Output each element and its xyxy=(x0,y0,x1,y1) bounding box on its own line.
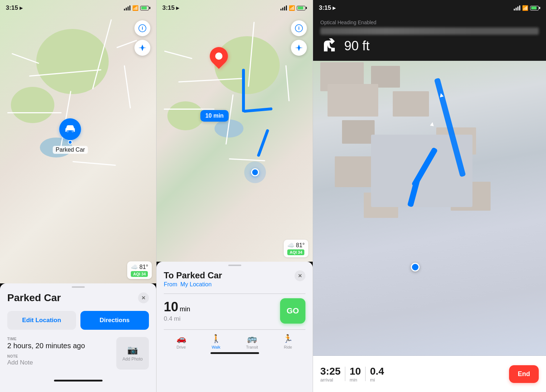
street-name-blurred xyxy=(320,28,539,35)
close-button-p1[interactable]: ✕ xyxy=(138,292,149,303)
map-panel2: 3:15 ▶ 📶 i xyxy=(157,0,313,262)
note-placeholder[interactable]: Add Note xyxy=(7,359,112,366)
time-value: 2 hours, 20 minutes ago xyxy=(7,342,112,350)
weather-widget-p2: ☁️ 81° AQI 34 xyxy=(284,240,308,257)
route-time: 10 xyxy=(164,299,178,315)
aqi-badge-p1: AQI 34 xyxy=(131,271,148,277)
signal-bars-p3 xyxy=(514,5,520,10)
sheet-handle-p2 xyxy=(228,265,241,266)
edit-location-button[interactable]: Edit Location xyxy=(7,311,76,330)
destination-pin xyxy=(210,47,228,65)
status-time-p2: 3:15 xyxy=(162,4,175,12)
battery-icon-p2 xyxy=(297,6,307,10)
status-time-p1: 3:15 xyxy=(6,4,18,12)
destination-title: To Parked Car xyxy=(164,270,222,281)
current-position-nav xyxy=(411,263,420,271)
arrival-time: 3:25 xyxy=(320,366,341,377)
wifi-icon-p2: 📶 xyxy=(289,5,295,11)
route-time-unit: min xyxy=(180,305,190,313)
svg-text:i: i xyxy=(142,25,143,31)
aqi-badge-p2: AQI 34 xyxy=(287,249,304,255)
battery-icon-p3 xyxy=(530,6,540,10)
car-pin xyxy=(59,118,81,140)
walk-icon: 🚶 xyxy=(211,334,221,343)
home-indicator-p1 xyxy=(54,380,103,382)
current-location-marker xyxy=(244,161,266,183)
bottom-sheet-p2: To Parked Car From My Location ✕ 10 min … xyxy=(157,262,313,392)
panel-parked-car: 3:15 ▶ 📶 i xyxy=(0,0,157,392)
panel-directions: 3:15 ▶ 📶 i xyxy=(157,0,313,392)
battery-icon-p1 xyxy=(140,6,150,10)
home-indicator-p2 xyxy=(211,352,259,354)
from-label: From My Location xyxy=(164,281,222,288)
nav-map: ▲ ▲ xyxy=(313,55,546,356)
location-arrow-p3: ▶ xyxy=(333,5,336,10)
wifi-icon-p1: 📶 xyxy=(132,5,138,11)
arrival-stat: 3:25 arrival xyxy=(320,366,341,383)
note-label: NOTE xyxy=(7,354,112,358)
stat-divider-1 xyxy=(345,367,345,381)
cloud-icon-p1: ☁️ xyxy=(131,264,138,270)
directions-button[interactable]: Directions xyxy=(80,311,149,330)
route-segment-1 xyxy=(242,69,245,112)
temp-value-p2: 81° xyxy=(296,242,305,249)
transport-tab-transit[interactable]: 🚌 Transit xyxy=(246,334,258,349)
stat-divider-2 xyxy=(365,367,366,381)
route-info: 10 min 0.4 mi GO xyxy=(164,298,305,324)
distance-stat: 0.4 mi xyxy=(370,366,384,383)
location-arrow-p1: ▶ xyxy=(20,5,23,10)
status-icons-p3: 📶 xyxy=(514,5,540,11)
transport-tabs: 🚗 Drive 🚶 Walk 🚌 Transit 🏃 Ride xyxy=(164,329,305,349)
location-button-p2[interactable] xyxy=(291,40,307,56)
transit-icon: 🚌 xyxy=(247,334,257,343)
ride-icon: 🏃 xyxy=(283,334,293,343)
action-buttons-p1: Edit Location Directions xyxy=(7,311,149,330)
my-location-link[interactable]: My Location xyxy=(180,281,212,287)
drive-icon: 🚗 xyxy=(176,334,186,343)
duration-stat: 10 min xyxy=(350,366,361,383)
go-button[interactable]: GO xyxy=(280,298,305,324)
end-button[interactable]: End xyxy=(509,365,539,383)
route-arrow-1: ▲ xyxy=(437,90,446,100)
camera-icon: 📷 xyxy=(127,345,138,355)
status-bar-p2: 3:15 ▶ 📶 xyxy=(157,0,313,16)
nav-instruction-bar: Optical Heading Enabled 90 ft xyxy=(313,16,546,61)
route-distance: 0.4 mi xyxy=(164,315,190,323)
svg-text:i: i xyxy=(298,25,300,31)
info-button-p1[interactable]: i xyxy=(134,20,150,36)
temp-value-p1: 81° xyxy=(139,264,148,270)
location-button-p1[interactable] xyxy=(134,40,150,56)
arrival-label: arrival xyxy=(320,377,333,383)
bottom-sheet-p1: Parked Car ✕ Edit Location Directions TI… xyxy=(0,283,156,392)
time-label: TIME xyxy=(7,337,112,341)
transport-tab-walk[interactable]: 🚶 Walk xyxy=(211,334,221,349)
svg-point-2 xyxy=(67,130,69,132)
nav-distance: 90 ft xyxy=(344,38,370,54)
distance-value: 0.4 xyxy=(370,366,384,377)
transport-tab-drive[interactable]: 🚗 Drive xyxy=(176,334,186,349)
heading-label: Optical Heading Enabled xyxy=(320,20,539,25)
sheet-handle-p1 xyxy=(72,286,85,288)
duration-value: 10 xyxy=(350,366,361,377)
time-bubble: 10 min xyxy=(200,110,229,122)
add-photo-label: Add Photo xyxy=(122,357,143,362)
sheet-title-p1: Parked Car xyxy=(7,292,61,304)
distance-label: mi xyxy=(370,377,375,383)
nav-bottom-bar: 3:25 arrival 10 min 0.4 mi End xyxy=(313,356,546,392)
duration-label: min xyxy=(350,377,357,383)
close-button-p2[interactable]: ✕ xyxy=(295,270,305,281)
info-button-p2[interactable]: i xyxy=(291,20,307,36)
map-panel1: 3:15 ▶ 📶 i xyxy=(0,0,156,283)
weather-widget-p1: ☁️ 81° AQI 34 xyxy=(127,261,152,279)
divider-p2 xyxy=(164,294,305,294)
parked-car-marker[interactable]: Parked Car xyxy=(53,118,88,154)
location-arrow-p2: ▶ xyxy=(176,5,179,10)
status-icons-p2: 📶 xyxy=(280,5,307,11)
transport-tab-ride[interactable]: 🏃 Ride xyxy=(283,334,293,349)
parked-car-label: Parked Car xyxy=(53,146,88,154)
cloud-icon-p2: ☁️ xyxy=(287,242,295,249)
route-arrow-2: ▲ xyxy=(428,120,436,128)
turn-arrow xyxy=(320,37,338,55)
add-photo-button[interactable]: 📷 Add Photo xyxy=(116,337,149,370)
status-bar-p3: 3:15 ▶ 📶 xyxy=(313,0,546,16)
